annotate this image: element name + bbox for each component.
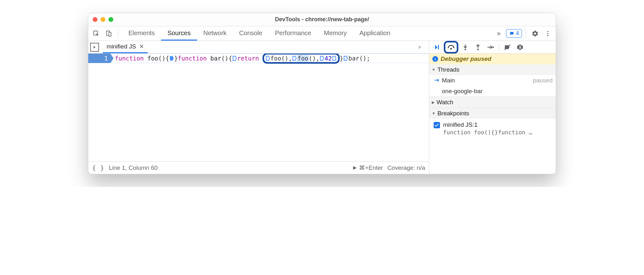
paused-message: Debugger paused: [441, 55, 491, 62]
navigator-toggle-icon[interactable]: [90, 43, 99, 52]
close-window-button[interactable]: [93, 17, 97, 22]
step-marker-icon: [320, 56, 324, 61]
deactivate-breakpoints-button[interactable]: [502, 42, 513, 52]
step-marker-icon: [344, 56, 348, 61]
resume-button[interactable]: [431, 42, 443, 52]
tab-memory[interactable]: Memory: [318, 26, 353, 41]
thread-state: paused: [533, 77, 553, 84]
tab-application[interactable]: Application: [353, 26, 397, 41]
titlebar: DevTools - chrome://new-tab-page/: [88, 13, 556, 26]
more-tabs-icon[interactable]: »: [493, 28, 504, 39]
more-file-options-icon[interactable]: [416, 43, 424, 52]
current-call-highlight: foo: [297, 55, 308, 62]
panel-tabs: Elements Sources Network Console Perform…: [122, 26, 397, 41]
code-content[interactable]: function foo(){}function bar(){return fo…: [110, 54, 429, 63]
debugger-toolbar: [429, 41, 556, 54]
file-tab-label: minified JS: [107, 43, 136, 50]
device-toggle-icon[interactable]: [103, 28, 114, 39]
breakpoint-code-preview: function foo(){}function …: [443, 129, 532, 136]
editor-status-bar: { } Line 1, Column 60 ⌘+Enter Coverage: …: [88, 161, 429, 174]
svg-point-7: [450, 48, 452, 49]
thread-one-google-bar[interactable]: one-google-bar: [429, 86, 556, 97]
play-icon: [353, 166, 357, 170]
divider: [526, 29, 526, 38]
info-icon: i: [432, 56, 438, 62]
step-button[interactable]: [485, 42, 496, 52]
divider: [499, 43, 499, 51]
window-title: DevTools - chrome://new-tab-page/: [88, 16, 556, 23]
fn-name: foo: [147, 55, 158, 62]
chevron-down-icon: ▼: [432, 111, 436, 116]
messages-count: 4: [516, 30, 519, 37]
keyword-function: function: [178, 55, 207, 62]
debugger-paused-banner: i Debugger paused: [429, 54, 556, 64]
tab-console[interactable]: Console: [233, 26, 269, 41]
step-marker-icon: [292, 56, 297, 61]
svg-rect-2: [109, 32, 111, 36]
svg-point-10: [492, 46, 494, 48]
cursor-position: Line 1, Column 60: [109, 164, 158, 171]
keyword-function: function: [115, 55, 144, 62]
svg-point-9: [477, 48, 479, 50]
run-snippet-button[interactable]: ⌘+Enter: [353, 164, 383, 171]
file-tab-minified-js[interactable]: minified JS ✕: [103, 41, 148, 53]
threads-section: ▼ Threads Main paused one-google-bar: [429, 64, 556, 97]
fn-name: bar: [210, 55, 221, 62]
return-expression-highlight: foo(),foo(),42: [263, 54, 340, 64]
message-icon: [509, 31, 515, 36]
pause-on-exceptions-button[interactable]: [514, 42, 526, 52]
step-marker-icon: [232, 56, 237, 61]
keyword-return: return: [237, 55, 259, 62]
thread-main[interactable]: Main paused: [429, 75, 556, 86]
traffic-lights: [93, 17, 113, 22]
step-over-button[interactable]: [444, 41, 458, 54]
debugger-panel: i Debugger paused ▼ Threads Main paused: [429, 41, 556, 174]
sources-panel: minified JS ✕ 1 function foo(){}function…: [88, 41, 429, 174]
breakpoints-header[interactable]: ▼ Breakpoints: [429, 108, 556, 119]
tab-network[interactable]: Network: [197, 26, 233, 41]
step-marker-icon: [332, 56, 337, 61]
pretty-print-button[interactable]: { }: [92, 164, 104, 172]
breakpoint-item[interactable]: minified JS:1 function foo(){}function …: [429, 119, 556, 138]
svg-point-5: [547, 35, 548, 36]
main-toolbar: Elements Sources Network Console Perform…: [88, 26, 556, 41]
step-marker-icon: [170, 56, 174, 61]
svg-rect-13: [520, 46, 521, 49]
inspect-icon[interactable]: [91, 28, 102, 39]
breakpoints-section: ▼ Breakpoints minified JS:1 function foo…: [429, 108, 556, 138]
minimize-window-button[interactable]: [101, 17, 105, 22]
number-literal: 42: [325, 55, 332, 62]
watch-section: ▶ Watch: [429, 97, 556, 108]
breakpoint-label: minified JS:1: [443, 121, 532, 128]
watch-header[interactable]: ▶ Watch: [429, 97, 556, 108]
divider: [118, 29, 118, 38]
code-line-1: 1 function foo(){}function bar(){return …: [88, 54, 429, 63]
breakpoint-checkbox[interactable]: [434, 122, 440, 128]
tab-elements[interactable]: Elements: [122, 26, 161, 41]
active-thread-icon: [434, 77, 440, 84]
step-marker-icon: [266, 56, 270, 61]
svg-point-8: [465, 48, 466, 50]
chevron-right-icon: ▶: [432, 100, 435, 105]
devtools-window: DevTools - chrome://new-tab-page/ Elemen…: [88, 13, 556, 174]
settings-icon[interactable]: [530, 28, 541, 39]
zoom-window-button[interactable]: [108, 17, 113, 22]
step-out-button[interactable]: [472, 42, 484, 52]
threads-header[interactable]: ▼ Threads: [429, 64, 556, 75]
line-number[interactable]: 1: [88, 54, 110, 63]
svg-point-4: [547, 33, 548, 34]
svg-rect-12: [519, 46, 520, 49]
chevron-down-icon: ▼: [432, 67, 436, 72]
svg-point-3: [547, 31, 548, 32]
kebab-icon[interactable]: [542, 28, 553, 39]
coverage-status: Coverage: n/a: [387, 164, 425, 171]
code-editor[interactable]: 1 function foo(){}function bar(){return …: [88, 54, 429, 161]
close-icon[interactable]: ✕: [139, 43, 144, 50]
tab-sources[interactable]: Sources: [161, 26, 197, 41]
console-messages-badge[interactable]: 4: [506, 29, 522, 38]
file-tabs-row: minified JS ✕: [88, 41, 429, 54]
step-into-button[interactable]: [460, 42, 471, 52]
content-area: minified JS ✕ 1 function foo(){}function…: [88, 41, 556, 174]
svg-rect-6: [438, 45, 439, 49]
tab-performance[interactable]: Performance: [269, 26, 318, 41]
